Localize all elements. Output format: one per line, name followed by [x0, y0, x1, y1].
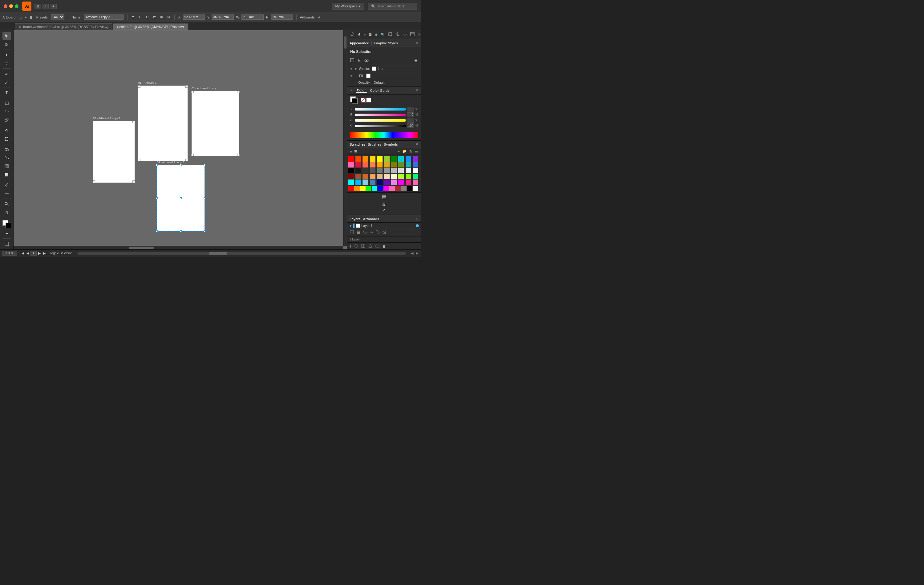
color-gradient-bar[interactable] — [350, 132, 418, 138]
swatch-cell-20[interactable] — [348, 168, 354, 173]
layer-bottom-btn-5[interactable] — [375, 244, 380, 249]
align-btn-1[interactable]: ⊐ — [131, 15, 135, 20]
swatch-cell-23[interactable] — [370, 168, 375, 173]
collect-into-layer-btn[interactable] — [362, 230, 368, 235]
swatch-cell-31[interactable] — [355, 174, 361, 179]
handle-br[interactable] — [204, 230, 205, 232]
swatch-cell-8[interactable] — [406, 156, 411, 161]
pen-tool[interactable] — [2, 70, 11, 77]
bottom-swatch-1[interactable] — [354, 186, 360, 191]
symbols-tab[interactable]: Symbols — [384, 143, 398, 146]
fill-swatch[interactable] — [366, 74, 371, 78]
layers-tab[interactable]: Layers — [350, 217, 360, 221]
k-slider[interactable] — [355, 125, 406, 127]
swatch-cell-11[interactable] — [355, 162, 361, 168]
shape-builder-tool[interactable] — [2, 146, 11, 153]
artboard-first-btn[interactable]: |◀ — [20, 251, 25, 255]
layers-panel-close[interactable]: ✕ — [416, 217, 418, 221]
sw-menu-btn[interactable]: ☰ — [414, 149, 419, 154]
bottom-swatch-2[interactable] — [360, 186, 366, 191]
layer-delete-btn[interactable]: 🗑 — [382, 244, 387, 249]
search-stock-input[interactable]: 🔍 Search Adobe Stock — [368, 3, 417, 10]
layer-visibility-icon[interactable]: 👁 — [349, 224, 352, 227]
layer-bottom-btn-2[interactable] — [353, 244, 359, 249]
rp-link-icon[interactable]: ⛓ — [349, 202, 419, 207]
rp-icon-8[interactable] — [394, 31, 401, 38]
swatch-cell-17[interactable] — [398, 162, 404, 168]
swatch-cell-28[interactable] — [406, 168, 411, 173]
swatch-cell-9[interactable] — [413, 156, 418, 161]
bottom-swatch-0[interactable] — [348, 186, 354, 191]
horizontal-scrollbar[interactable] — [13, 246, 343, 249]
swatch-cell-21[interactable] — [355, 168, 361, 173]
bottom-swatch-5[interactable] — [378, 186, 383, 191]
swatch-cell-46[interactable] — [391, 180, 397, 185]
zoom-input[interactable] — [2, 251, 17, 255]
tab-untitled[interactable]: Untitled-2* @ 33.33% (CMYK/GPU Preview) — [113, 23, 188, 30]
type-tool[interactable]: T — [2, 89, 11, 96]
rp-icon-7[interactable] — [387, 31, 394, 38]
handle-tr[interactable] — [204, 164, 205, 166]
layer-bottom-btn-3[interactable] — [360, 244, 366, 249]
rp-icon-9[interactable] — [402, 31, 408, 38]
swatch-cell-39[interactable] — [413, 174, 418, 179]
color-tab[interactable]: Color — [356, 88, 367, 93]
appearance-fx-btn[interactable]: fx — [356, 58, 362, 63]
solid-white-swatch[interactable] — [366, 97, 371, 102]
stroke-swatch[interactable] — [372, 66, 376, 71]
layer-options-btn[interactable] — [375, 230, 381, 235]
rp-icon-4[interactable]: ☰ — [368, 32, 373, 37]
vertical-scrollbar[interactable] — [343, 30, 347, 246]
rp-layers-icon[interactable] — [349, 194, 419, 201]
w-input[interactable] — [241, 15, 264, 20]
eyedropper-tool[interactable] — [2, 181, 11, 189]
brush-button[interactable]: ✦ — [50, 4, 57, 9]
lasso-tool[interactable] — [2, 59, 11, 67]
m-slider[interactable] — [355, 114, 406, 116]
sw-add-btn[interactable]: + — [397, 149, 401, 154]
mesh-tool[interactable] — [2, 162, 11, 170]
free-transform-tool[interactable] — [2, 135, 11, 143]
rp-icon-1[interactable] — [349, 31, 356, 38]
name-input[interactable] — [84, 15, 124, 20]
close-button[interactable] — [4, 4, 7, 8]
presets-select[interactable]: A4 — [51, 14, 64, 20]
align-btn-2[interactable]: ⊓ — [138, 15, 143, 20]
align-btn-4[interactable]: ⊏ — [152, 15, 157, 20]
handle-tc[interactable] — [180, 164, 182, 166]
rp-icon-5[interactable]: ⊕ — [374, 32, 379, 37]
appearance-tab[interactable]: Appearance — [350, 41, 369, 45]
swatch-cell-32[interactable] — [363, 174, 368, 179]
artboard-2[interactable]: 02 - Artboard 1 copy — [191, 91, 239, 156]
align-btn-3[interactable]: ⊔ — [145, 15, 150, 20]
bottom-swatch-4[interactable] — [372, 186, 377, 191]
swatch-cell-44[interactable] — [377, 180, 383, 185]
k-value[interactable] — [407, 124, 414, 128]
swatch-cell-0[interactable] — [348, 156, 354, 161]
direct-selection-tool[interactable] — [2, 40, 11, 48]
vertical-scroll-thumb[interactable] — [344, 36, 346, 49]
stroke-color[interactable] — [5, 222, 11, 228]
canvas-area[interactable]: 01 - Artboard 1 02 - Artboard 1 copy 03 … — [13, 30, 347, 249]
bottom-swatch-8[interactable] — [395, 186, 401, 191]
handle-ml[interactable] — [156, 197, 158, 199]
status-left-arrow[interactable]: ◀ — [411, 251, 413, 255]
color-panel-close[interactable]: ✕ — [416, 88, 418, 92]
swatch-cell-27[interactable] — [398, 168, 404, 173]
status-right-arrow[interactable]: ▶ — [416, 251, 418, 255]
swatch-cell-42[interactable] — [363, 180, 368, 185]
fill-visibility-btn[interactable]: 👁 — [350, 74, 353, 77]
graphic-styles-tab[interactable]: Graphic Styles — [374, 41, 398, 45]
artboard-add-btn[interactable]: + — [24, 15, 27, 20]
status-scroll-bar[interactable] — [77, 252, 406, 255]
handle-mr[interactable] — [204, 197, 205, 199]
sw-delete-btn[interactable]: 🗑 — [408, 149, 413, 154]
magic-wand-tool[interactable]: ✦ — [2, 51, 11, 58]
tab-close-btn[interactable]: ✕ — [19, 25, 21, 29]
rp-icon-6[interactable]: 🔍 — [380, 32, 386, 37]
bottom-swatch-7[interactable] — [389, 186, 395, 191]
rp-icon-3[interactable]: ≡ — [362, 32, 366, 37]
artboard-prev-btn[interactable]: ◀ — [26, 251, 30, 255]
artboard-next-btn[interactable]: ▶ — [37, 251, 41, 255]
stroke-visibility-btn[interactable]: 👁 — [350, 67, 353, 71]
